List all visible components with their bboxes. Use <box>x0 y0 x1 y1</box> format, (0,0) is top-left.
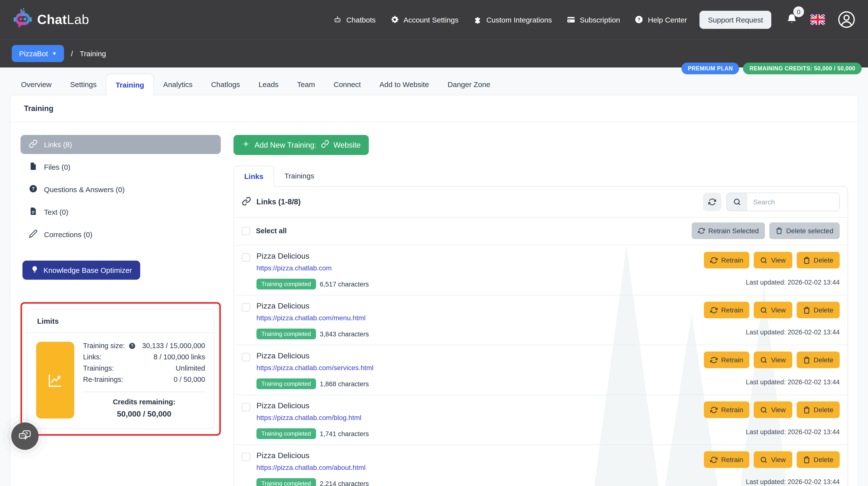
sidebar-item-text-0[interactable]: Text (0) <box>21 202 221 222</box>
row-url-link[interactable]: https://pizza.chatlab.com/blog.html <box>256 413 369 422</box>
link-row: Pizza Delicious https://pizza.chatlab.co… <box>234 295 847 345</box>
limits-row-label: Links: ? <box>83 353 102 361</box>
row-url-link[interactable]: https://pizza.chatlab.com/services.html <box>256 364 373 372</box>
row-url-link[interactable]: https://pizza.chatlab.com/about.html <box>256 463 369 471</box>
row-checkbox[interactable] <box>242 303 250 311</box>
select-all-checkbox[interactable] <box>242 227 250 235</box>
plus-icon <box>242 140 250 150</box>
user-avatar[interactable] <box>838 11 855 28</box>
sidebar-item-questions-answers-0[interactable]: ? Questions & Answers (0) <box>21 180 221 199</box>
tab-training[interactable]: Training <box>106 74 154 95</box>
tab-overview[interactable]: Overview <box>12 74 61 95</box>
limits-title: Limits <box>27 310 214 333</box>
delete-button[interactable]: Delete <box>797 302 840 318</box>
tab-analytics[interactable]: Analytics <box>154 74 202 95</box>
row-checkbox[interactable] <box>242 353 250 361</box>
tab-leads[interactable]: Leads <box>249 74 288 95</box>
link-row: Pizza Delicious https://pizza.chatlab.co… <box>234 395 847 445</box>
row-last-updated: Last updated: 2026-02-02 13:44 <box>746 428 840 436</box>
topnav-item-label: Chatbots <box>346 16 376 24</box>
view-button[interactable]: View <box>754 351 792 368</box>
notifications-bell[interactable]: 0 <box>786 13 798 26</box>
training-status-badge: Training completed <box>256 328 316 339</box>
refresh-list-button[interactable] <box>703 193 721 211</box>
knowledge-base-optimizer-button[interactable]: Knowledge Base Optimizer <box>23 261 140 280</box>
chatlab-robot-logo-icon <box>12 7 34 32</box>
support-request-button[interactable]: Support Request <box>700 10 771 29</box>
topnav-item-label: Help Center <box>648 16 687 24</box>
limits-row: Re-trainings: ? 0 / 50,000 <box>83 375 205 383</box>
tab-chatlogs[interactable]: Chatlogs <box>202 74 249 95</box>
row-url-link[interactable]: https://pizza.chatlab.com/menu.html <box>256 314 369 322</box>
view-button[interactable]: View <box>754 252 792 268</box>
delete-selected-button[interactable]: Delete selected <box>770 223 840 239</box>
links-trainings-tabs: Links Trainings <box>234 166 848 186</box>
row-status: Training completed 1,741 characters <box>256 428 369 439</box>
sidebar-item-corrections-0[interactable]: Corrections (0) <box>21 225 221 244</box>
help-icon: ? <box>29 184 38 195</box>
sidebar-item-files-0[interactable]: Files (0) <box>21 158 221 176</box>
bot-selector-dropdown[interactable]: PizzaBot▼ <box>12 45 64 62</box>
help-circle-icon[interactable]: ? <box>128 342 135 349</box>
row-checkbox[interactable] <box>242 253 250 262</box>
topnav-item-chatbots[interactable]: Chatbots <box>333 15 376 24</box>
retrain-button[interactable]: Retrain <box>704 401 749 418</box>
tab-team[interactable]: Team <box>288 74 324 95</box>
row-info: Pizza Delicious https://pizza.chatlab.co… <box>256 252 369 289</box>
help-chat-widget-button[interactable]: ? <box>11 423 39 450</box>
language-flag-uk-icon[interactable] <box>810 14 825 25</box>
link-icon <box>29 139 38 150</box>
row-url-link[interactable]: https://pizza.chatlab.com <box>256 264 369 272</box>
topnav-item-subscription[interactable]: Subscription <box>567 15 620 24</box>
limits-row-value: 0 / 50,000 <box>174 375 205 383</box>
row-last-updated: Last updated: 2026-02-02 13:44 <box>746 378 840 386</box>
svg-text:?: ? <box>25 431 28 436</box>
row-actions: Retrain View Delete Last updated: 2026-0… <box>704 252 840 289</box>
limits-divider <box>83 392 205 392</box>
row-checkbox[interactable] <box>242 403 250 411</box>
link-row: Pizza Delicious https://pizza.chatlab.co… <box>234 246 847 295</box>
chat-bubbles-icon: ? <box>17 428 33 444</box>
topnav-item-label: Account Settings <box>403 16 458 24</box>
topnav-item-custom-integrations[interactable]: Custom Integrations <box>473 15 552 24</box>
training-status-badge: Training completed <box>256 478 316 486</box>
retrain-button[interactable]: Retrain <box>704 252 749 268</box>
tab-connect[interactable]: Connect <box>324 74 370 95</box>
training-status-badge: Training completed <box>256 279 316 289</box>
row-character-count: 6,517 characters <box>320 280 369 288</box>
row-actions: Retrain View Delete Last updated: 2026-0… <box>704 451 840 486</box>
delete-button[interactable]: Delete <box>797 401 840 418</box>
topnav-item-help-center[interactable]: ? Help Center <box>635 15 687 24</box>
topnav-item-account-settings[interactable]: Account Settings <box>390 15 458 24</box>
credits-remaining-label: Credits remaining: <box>83 398 205 406</box>
row-info: Pizza Delicious https://pizza.chatlab.co… <box>256 451 369 486</box>
sidebar-item-links-8[interactable]: Links (8) <box>21 135 221 154</box>
view-button[interactable]: View <box>754 302 792 318</box>
delete-button[interactable]: Delete <box>797 252 840 268</box>
retrain-selected-button[interactable]: Retrain Selected <box>692 223 765 239</box>
tab-settings[interactable]: Settings <box>61 74 106 95</box>
retrain-button[interactable]: Retrain <box>704 351 749 368</box>
brand-logo[interactable]: ChatLab <box>12 7 89 32</box>
delete-button[interactable]: Delete <box>797 351 840 368</box>
view-button[interactable]: View <box>754 451 792 468</box>
row-info: Pizza Delicious https://pizza.chatlab.co… <box>256 302 369 339</box>
retrain-button[interactable]: Retrain <box>704 451 749 468</box>
row-last-updated: Last updated: 2026-02-02 13:44 <box>746 279 840 286</box>
tab-add-to-website[interactable]: Add to Website <box>370 74 438 95</box>
add-new-training-button[interactable]: Add New Training: Website <box>234 135 369 155</box>
search-box <box>726 193 840 211</box>
topnav-item-label: Custom Integrations <box>486 16 552 24</box>
premium-plan-badge: PREMIUM PLAN <box>681 63 739 74</box>
retrain-button[interactable]: Retrain <box>704 302 749 318</box>
search-input[interactable] <box>747 193 839 211</box>
tab-links[interactable]: Links <box>234 166 274 187</box>
limits-row-label: Training size: ? <box>83 342 135 350</box>
topnav-item-label: Subscription <box>580 16 620 24</box>
tab-danger-zone[interactable]: Danger Zone <box>438 74 499 95</box>
svg-text:?: ? <box>32 186 35 192</box>
view-button[interactable]: View <box>754 401 792 418</box>
row-checkbox[interactable] <box>242 453 250 461</box>
tab-trainings[interactable]: Trainings <box>274 166 324 186</box>
delete-button[interactable]: Delete <box>797 451 840 468</box>
